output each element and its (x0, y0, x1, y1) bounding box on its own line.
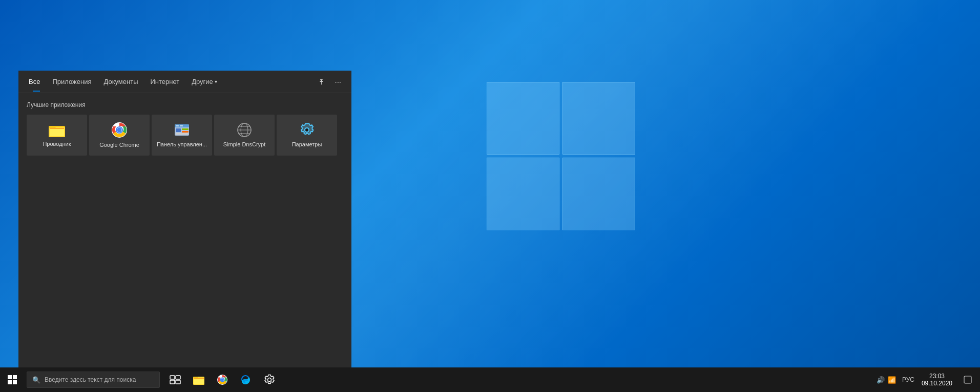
app-tile-dnscrypt[interactable]: Simple DnsCrypt (214, 115, 275, 156)
svg-rect-3 (50, 128, 64, 136)
svg-rect-32 (194, 378, 204, 379)
svg-rect-30 (193, 377, 198, 378)
more-icon[interactable]: ··· (332, 75, 343, 88)
chrome-icon (111, 122, 128, 138)
system-tray: 🔊 📶 РУС 23:03 09.10.2020 (873, 367, 980, 392)
best-apps-section: Лучшие приложения Проводник (18, 93, 351, 160)
taskbar-gear-icon (264, 374, 275, 385)
globe-icon (237, 122, 252, 138)
app-tile-cpanel[interactable]: Панель управлен... (152, 115, 212, 156)
windows-logo (487, 82, 635, 230)
explorer-label: Проводник (43, 140, 71, 147)
svg-rect-25 (170, 376, 175, 379)
taskbar-task-view[interactable] (164, 367, 186, 392)
svg-rect-12 (182, 128, 189, 130)
taskbar-chrome[interactable] (211, 367, 234, 392)
language-indicator[interactable]: РУС (902, 376, 914, 383)
clock-date: 09.10.2020 (922, 380, 952, 387)
start-menu: Все Приложения Документы Интернет Другие… (18, 71, 351, 367)
svg-rect-4 (50, 128, 64, 129)
svg-rect-38 (964, 376, 971, 383)
start-icon (8, 375, 17, 384)
taskbar-app-icons (164, 367, 281, 392)
svg-rect-11 (176, 128, 181, 132)
svg-rect-2 (49, 126, 56, 128)
svg-point-36 (221, 378, 224, 381)
pin-icon[interactable]: 🖈 (316, 75, 327, 88)
menu-tabs: Все Приложения Документы Интернет Другие… (18, 71, 351, 93)
tab-other[interactable]: Другие ▾ (185, 72, 223, 92)
svg-rect-16 (180, 125, 183, 126)
tab-apps[interactable]: Приложения (46, 72, 97, 92)
app-tile-explorer[interactable]: Проводник (27, 115, 87, 156)
taskbar-edge[interactable] (235, 367, 257, 392)
taskbar-settings[interactable] (258, 367, 281, 392)
volume-icon: 📶 (888, 376, 896, 384)
dnscrypt-label: Simple DnsCrypt (223, 141, 266, 148)
cpanel-icon (174, 122, 190, 138)
gear-icon (299, 122, 315, 138)
notification-icon (964, 376, 972, 384)
network-icon: 🔊 (877, 376, 885, 384)
search-placeholder-text: Введите здесь текст для поиска (45, 376, 136, 383)
tab-web[interactable]: Интернет (144, 72, 185, 92)
taskbar-folder-icon (193, 374, 204, 385)
task-view-icon (170, 374, 181, 385)
taskbar-edge-icon (240, 374, 252, 385)
cpanel-label: Панель управлен... (157, 141, 207, 148)
menu-actions: 🖈 ··· (316, 75, 343, 88)
svg-rect-26 (176, 376, 180, 379)
chrome-label: Google Chrome (99, 141, 139, 148)
app-tile-settings[interactable]: Параметры (277, 115, 337, 156)
taskbar: 🔍 Введите здесь текст для поиска (0, 367, 980, 392)
svg-point-8 (117, 127, 122, 132)
best-apps-grid: Проводник (27, 115, 343, 156)
clock-area[interactable]: 23:03 09.10.2020 (918, 367, 956, 392)
svg-point-24 (305, 128, 308, 132)
settings-label: Параметры (292, 141, 322, 148)
notification-center-button[interactable] (960, 367, 976, 392)
tray-icons[interactable]: 🔊 📶 (873, 376, 899, 384)
svg-rect-27 (170, 380, 175, 384)
svg-rect-13 (182, 131, 189, 133)
clock-time: 23:03 (929, 373, 945, 380)
best-apps-label: Лучшие приложения (27, 101, 343, 108)
svg-rect-14 (176, 133, 188, 135)
chevron-down-icon: ▾ (215, 79, 217, 84)
svg-rect-28 (176, 380, 180, 384)
taskbar-chrome-icon (217, 374, 228, 385)
search-icon: 🔍 (32, 376, 40, 384)
svg-point-37 (268, 378, 272, 382)
tab-all[interactable]: Все (27, 72, 46, 92)
folder-icon (49, 123, 65, 137)
app-tile-chrome[interactable]: Google Chrome (89, 115, 150, 156)
svg-rect-15 (176, 125, 179, 126)
taskbar-explorer[interactable] (187, 367, 210, 392)
tab-docs[interactable]: Документы (97, 72, 144, 92)
search-box[interactable]: 🔍 Введите здесь текст для поиска (27, 372, 160, 388)
start-button[interactable] (0, 367, 25, 392)
